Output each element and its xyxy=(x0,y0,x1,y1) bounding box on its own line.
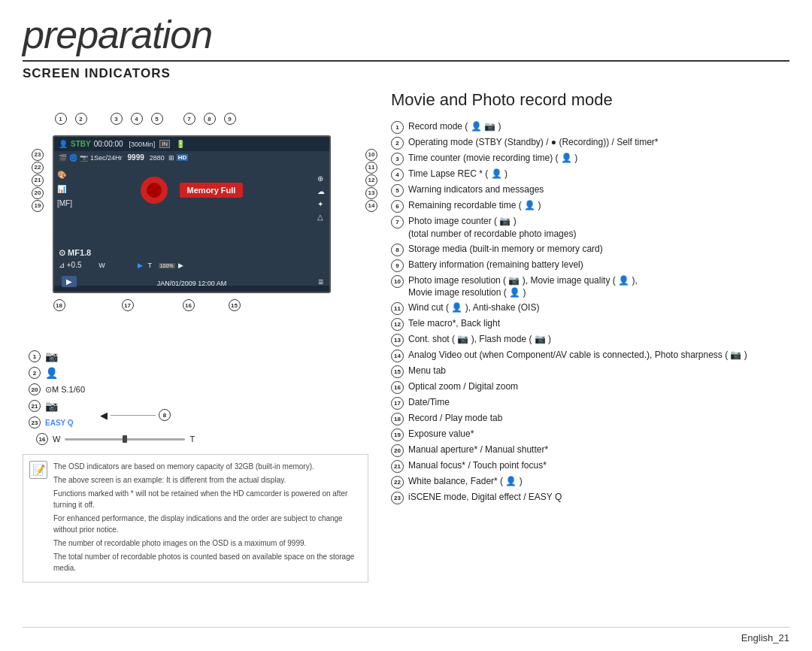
ind-3: 3 Time counter (movie recording time) ( … xyxy=(391,152,789,165)
ind-15: 15 Menu tab xyxy=(391,365,789,378)
camera-diagram: 1 2 3 4 5 xyxy=(45,113,361,338)
record-symbol xyxy=(141,177,168,204)
below-item-21: 21 📷 xyxy=(29,400,85,412)
right-title: Movie and Photo record mode xyxy=(391,90,789,110)
arrow-callout-8: ◀ 8 xyxy=(100,409,171,421)
icon-aperture: ⊙M S.1/60 xyxy=(45,385,85,395)
num-2: 2 xyxy=(29,367,41,379)
date-time: JAN/01/2009 12:00 AM xyxy=(157,280,227,287)
right-column: Movie and Photo record mode 1 Record mod… xyxy=(383,90,789,624)
timecode: 00:00:00 xyxy=(94,140,123,148)
section-title: SCREEN INDICATORS xyxy=(23,66,789,81)
icon-camera: 📷 xyxy=(45,350,58,362)
callout-22-l: 22 xyxy=(32,162,44,174)
callout-10-r: 10 xyxy=(365,149,377,161)
wind-icon: 🌀 xyxy=(69,154,77,162)
callout-15-b: 15 xyxy=(229,299,241,311)
left-icon-3: [MF] xyxy=(57,199,72,207)
note-6: The total number of recordable photos is… xyxy=(53,551,360,574)
right-icon-2: ☁ xyxy=(317,187,325,195)
num-23: 23 xyxy=(29,416,41,428)
memory-full: Memory Full xyxy=(180,183,244,198)
cam-bottom: ▶ JAN/01/2009 12:00 AM ≡ xyxy=(54,286,329,292)
num-1: 1 xyxy=(29,350,41,362)
below-diagram: 1 📷 2 👤 20 ⊙M S.1/60 21 xyxy=(29,350,368,445)
indicators-list: 1 Record mode ( 👤 📷 ) 2 Operating mode (… xyxy=(391,120,789,504)
ind-20: 20 Manual aperture* / Manual shutter* xyxy=(391,444,789,457)
ind-16: 16 Optical zoom / Digital zoom xyxy=(391,380,789,394)
left-icon-1: 🎨 xyxy=(57,171,72,179)
right-icon-4: △ xyxy=(317,213,325,221)
callout-19-l: 19 xyxy=(32,200,44,212)
zoom-t-label: T xyxy=(189,435,195,444)
below-item-2: 2 👤 xyxy=(29,367,85,379)
callout-14-r: 14 xyxy=(365,200,377,212)
callout-18-b: 18 xyxy=(53,299,65,311)
page-footer: English _21 xyxy=(23,627,789,643)
callout-16-b: 16 xyxy=(183,299,195,311)
num-16: 16 xyxy=(36,433,48,445)
cam-center: Memory Full xyxy=(54,168,329,213)
cam-left-icons: 🎨 📊 [MF] xyxy=(57,171,72,207)
ind-22: 22 White balance, Fader* ( 👤 ) xyxy=(391,475,789,489)
note-3: Functions marked with * will not be reta… xyxy=(53,488,360,510)
note-1: The OSD indicators are based on memory c… xyxy=(53,461,360,472)
note-5: The number of recordable photo images on… xyxy=(53,537,360,549)
ind-23: 23 iSCENE mode, Digital effect / EASY Q xyxy=(391,491,789,504)
ind-1: 1 Record mode ( 👤 📷 ) xyxy=(391,120,789,134)
callout-20-l: 20 xyxy=(32,187,44,199)
warning-indicators-text: Warning indicators and messages xyxy=(408,183,789,196)
menu-icon: ≡ xyxy=(318,277,323,287)
ind-7: 7 Photo image counter ( 📷 )(total number… xyxy=(391,215,789,241)
ind-5: 5 Warning indicators and messages xyxy=(391,183,789,197)
icon-person-inline: 👤 xyxy=(471,121,482,132)
ind-17: 17 Date/Time xyxy=(391,396,789,410)
icon-focus: 📷 xyxy=(45,400,58,412)
section-header: SCREEN INDICATORS xyxy=(23,60,789,81)
callout-8: 8 xyxy=(204,113,216,125)
ind-18: 18 Record / Play mode tab xyxy=(391,412,789,425)
callout-3: 3 xyxy=(111,113,123,125)
callout-23-l: 23 xyxy=(32,149,44,161)
right-icon-3: ✦ xyxy=(317,200,325,208)
play-button: ▶ xyxy=(62,276,77,287)
notes-box: 📝 The OSD indicators are based on memory… xyxy=(23,454,368,583)
callout-1: 1 xyxy=(55,113,67,125)
note-2: The above screen is an example: It is di… xyxy=(53,474,360,486)
ind-6: 6 Remaining recordable time ( 👤 ) xyxy=(391,199,789,213)
ind-19: 19 Exposure value* xyxy=(391,428,789,441)
top-callouts: 1 2 3 4 5 xyxy=(60,113,230,125)
res-badge: 100% xyxy=(159,263,175,268)
aperture-row: ⊙ MF1.8 xyxy=(59,248,91,258)
bracket-info: [300Min] xyxy=(129,141,156,148)
callout-17-b: 17 xyxy=(122,299,134,311)
bottom-callouts: 18 17 16 15 xyxy=(59,299,235,307)
callout-12-r: 12 xyxy=(365,174,377,186)
page-number: _21 xyxy=(773,632,789,643)
icon-person: 👤 xyxy=(45,367,58,379)
num-20: 20 xyxy=(29,383,41,395)
callout-21-l: 21 xyxy=(32,174,44,186)
ind-21: 21 Manual focus* / Touch point focus* xyxy=(391,459,789,473)
ind-14: 14 Analog Video out (when Component/AV c… xyxy=(391,349,789,362)
right-callouts: 10 11 12 13 xyxy=(365,154,377,206)
stby-label: STBY xyxy=(71,140,91,148)
below-item-23: 23 EASY Q xyxy=(29,416,85,428)
camera-screen: 👤 STBY 00:00:00 [300Min] IN 🔋 🎬 🌀 📷 1Sec… xyxy=(53,135,331,293)
below-item-20: 20 ⊙M S.1/60 xyxy=(29,383,85,395)
callout-5: 5 xyxy=(151,113,163,125)
cam-top-row: 👤 STBY 00:00:00 [300Min] IN 🔋 xyxy=(54,137,329,151)
callout-2: 2 xyxy=(75,113,87,125)
quality-icon: ⊞ xyxy=(168,154,174,162)
notes-content: The OSD indicators are based on memory c… xyxy=(53,461,360,576)
easy-q-label: EASY Q xyxy=(45,419,74,427)
language-label: English xyxy=(741,632,774,643)
cam-person-icon: 👤 xyxy=(59,140,68,148)
num-8-side: 8 xyxy=(159,409,171,421)
cam-row2: 🎬 🌀 📷 1Sec/24Hr 9999 2880 ⊞ HD xyxy=(54,151,329,164)
battery-icon: 🔋 xyxy=(176,140,185,148)
callout-7: 7 xyxy=(183,113,195,125)
right-icon-1: ⊕ xyxy=(317,174,325,183)
zoom-w-label: W xyxy=(53,435,60,444)
left-icon-2: 📊 xyxy=(57,185,72,193)
